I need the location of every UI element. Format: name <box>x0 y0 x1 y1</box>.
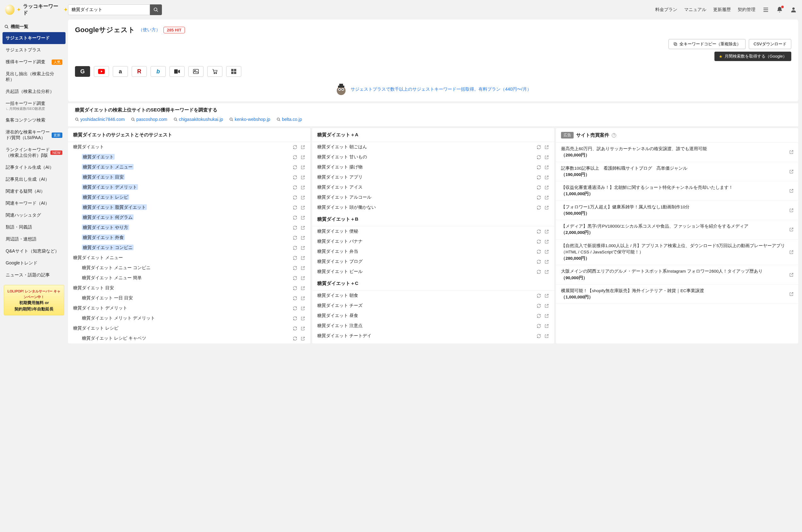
kw-row[interactable]: 糖質ダイエット 便秘 <box>312 226 554 236</box>
reload-icon[interactable] <box>293 276 297 281</box>
open-icon[interactable] <box>300 175 305 180</box>
reload-icon[interactable] <box>293 175 297 180</box>
source-amazon[interactable]: a <box>113 66 128 77</box>
open-icon[interactable] <box>300 306 305 311</box>
open-icon[interactable] <box>300 246 305 250</box>
source-google[interactable]: G <box>75 66 90 77</box>
sidebar-item[interactable]: Googleトレンド <box>2 257 66 269</box>
reload-icon[interactable] <box>293 235 297 240</box>
open-icon[interactable] <box>300 145 305 150</box>
open-icon[interactable] <box>789 250 794 254</box>
sidebar-ad[interactable]: LOLIPOP! レンタルサーバー キャンペーン中！ 初期費用無料 or 契約期… <box>4 285 64 316</box>
sidebar-item[interactable]: ニュース・話題の記事 <box>2 269 66 281</box>
reload-icon[interactable] <box>536 229 541 234</box>
reload-icon[interactable] <box>536 185 541 190</box>
open-icon[interactable] <box>300 266 305 270</box>
kw-row[interactable]: 糖質ダイエット <box>68 152 310 162</box>
kw-row[interactable]: 糖質ダイエット 脂質ダイエット <box>68 203 310 212</box>
ad-item[interactable]: 【収益化審査通過済み！】北朝鮮に関するショート特化チャンネルを売却いたします！（… <box>556 181 798 201</box>
kw-row[interactable]: 糖質ダイエット 弁当 <box>312 246 554 256</box>
ad-item[interactable]: 【自然流入で新規獲得1,000人以上 / 月】アプリストア検索上位、ダウンロード… <box>556 240 798 265</box>
open-icon[interactable] <box>544 145 549 150</box>
open-icon[interactable] <box>789 227 794 232</box>
reload-icon[interactable] <box>293 336 297 341</box>
open-icon[interactable] <box>544 165 549 170</box>
reload-icon[interactable] <box>536 239 541 244</box>
kw-row[interactable]: 糖質ダイエット チートデイ <box>312 331 554 341</box>
csv-download-button[interactable]: CSVダウンロード <box>749 39 791 49</box>
kw-row[interactable]: 糖質ダイエット コンビニ <box>68 243 310 253</box>
ad-item[interactable]: 最高売上60万円、訳ありサッカーチャンネルの格安譲渡、誰でも運用可能（200,0… <box>556 142 798 162</box>
reload-icon[interactable] <box>293 155 297 159</box>
kw-group-title[interactable]: 糖質ダイエット メニュー <box>68 253 310 263</box>
open-icon[interactable] <box>300 255 305 260</box>
open-icon[interactable] <box>789 189 794 193</box>
open-icon[interactable] <box>300 336 305 341</box>
kw-row[interactable]: 糖質ダイエット メニュー コンビニ <box>68 263 310 273</box>
reload-icon[interactable] <box>293 225 297 230</box>
open-icon[interactable] <box>544 249 549 254</box>
reload-icon[interactable] <box>293 306 297 311</box>
open-icon[interactable] <box>544 185 549 190</box>
open-icon[interactable] <box>300 165 305 170</box>
sidebar-item[interactable]: サジェストキーワード <box>2 32 66 44</box>
reload-icon[interactable] <box>536 314 541 318</box>
open-icon[interactable] <box>300 195 305 200</box>
kw-row[interactable]: 糖質ダイエット 注意点 <box>312 321 554 331</box>
kw-row[interactable]: 糖質ダイエット アルコール <box>312 192 554 203</box>
open-icon[interactable] <box>544 239 549 244</box>
open-icon[interactable] <box>789 169 794 174</box>
kw-row[interactable]: 糖質ダイエット 頭が働かない <box>312 203 554 212</box>
open-icon[interactable] <box>544 260 549 264</box>
kw-row[interactable]: 糖質ダイエット ビール <box>312 267 554 277</box>
reload-icon[interactable] <box>293 195 297 200</box>
reload-icon[interactable] <box>536 334 541 338</box>
open-icon[interactable] <box>300 185 305 190</box>
reload-icon[interactable] <box>536 303 541 308</box>
kw-row[interactable]: 糖質ダイエット アプリ <box>312 172 554 182</box>
reload-icon[interactable] <box>536 165 541 170</box>
sidebar-item[interactable]: 一括キーワード調査∟月間検索数/SEO難易度 <box>2 98 66 114</box>
reload-icon[interactable] <box>536 249 541 254</box>
reload-icon[interactable] <box>536 260 541 264</box>
sidebar-item[interactable]: 潜在的な検索キーワード/質問（LSI/PAA）更新 <box>2 126 66 144</box>
open-icon[interactable] <box>544 205 549 210</box>
sidebar-item[interactable]: Q&Aサイト（知恵袋など） <box>2 245 66 257</box>
kw-row[interactable]: 糖質ダイエット メニュー 簡単 <box>68 273 310 283</box>
kw-row[interactable]: 糖質ダイエット やり方 <box>68 223 310 233</box>
copy-all-button[interactable]: 全キーワードコピー（重複除去） <box>669 39 746 49</box>
search-button[interactable] <box>150 4 162 15</box>
nav-manual[interactable]: マニュアル <box>684 7 706 13</box>
source-video[interactable] <box>169 66 185 77</box>
reload-icon[interactable] <box>293 246 297 250</box>
open-icon[interactable] <box>300 205 305 210</box>
open-icon[interactable] <box>300 326 305 331</box>
sidebar-item[interactable]: 関連する疑問（AI） <box>2 185 66 197</box>
open-icon[interactable] <box>544 303 549 308</box>
kw-group-title[interactable]: 糖質ダイエット 目安 <box>68 283 310 293</box>
kw-row[interactable]: 糖質ダイエット メリット デメリット <box>68 313 310 323</box>
sidebar-item[interactable]: 記事タイトル生成（AI） <box>2 162 66 173</box>
sidebar-item[interactable]: 獲得キーワード調査人気 <box>2 56 66 68</box>
logo-area[interactable]: ✦ ラッコキーワード ✦ <box>5 3 68 16</box>
domain-link[interactable]: pascoshop.com <box>131 117 167 122</box>
open-icon[interactable] <box>544 324 549 328</box>
source-microsoft[interactable] <box>226 66 241 77</box>
open-icon[interactable] <box>789 272 794 277</box>
ad-item[interactable]: 大阪メインの関西エリアのグルメ・デートスポット系Instagram フォロワー2… <box>556 265 798 285</box>
nav-pricing[interactable]: 料金プラン <box>655 7 677 13</box>
domain-link[interactable]: kenko-webshop.jp <box>229 117 270 122</box>
kw-row[interactable]: 糖質ダイエット 何グラム <box>68 212 310 223</box>
kw-group-title[interactable]: 糖質ダイエット デメリット <box>68 303 310 313</box>
open-icon[interactable] <box>300 296 305 301</box>
source-image[interactable] <box>188 66 203 77</box>
reload-icon[interactable] <box>293 266 297 270</box>
ad-item[interactable]: 記事数100記事以上 看護師転職サイトブログ 高単価ジャンル（190,000円） <box>556 162 798 182</box>
reload-icon[interactable] <box>293 185 297 190</box>
sidebar-item[interactable]: 関連ハッシュタグ <box>2 209 66 221</box>
domain-link[interactable]: yoshidaclinic7846.com <box>75 117 125 122</box>
kw-row[interactable]: 糖質ダイエット 昼食 <box>312 311 554 321</box>
kw-row[interactable]: 糖質ダイエット 一日 目安 <box>68 293 310 303</box>
open-icon[interactable] <box>300 276 305 281</box>
source-shopping[interactable] <box>207 66 222 77</box>
